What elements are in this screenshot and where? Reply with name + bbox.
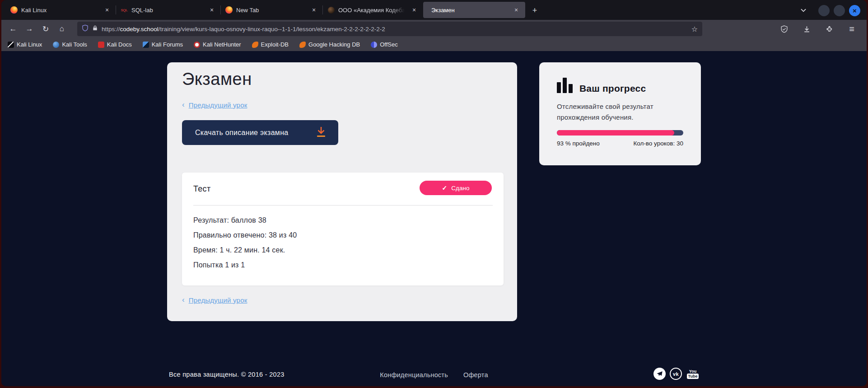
bookmark-kali-linux[interactable]: Kali Linux (8, 41, 42, 48)
bookmark-kali-tools[interactable]: Kali Tools (53, 41, 87, 48)
result-score: Результат: баллов 38 (193, 216, 297, 224)
chevron-left-icon: ‹ (182, 100, 185, 109)
check-icon: ✓ (442, 184, 448, 192)
window-controls: × (818, 5, 860, 16)
progress-fill (557, 130, 674, 136)
kali-tools-icon (53, 42, 59, 48)
bookmark-label: Kali Docs (107, 41, 132, 48)
kali-docs-icon (98, 42, 104, 48)
divider (193, 205, 493, 206)
bookmark-offsec[interactable]: OffSec (371, 41, 398, 48)
social-links: vk You Tube (653, 368, 700, 380)
exam-card: Экзамен ‹ Предыдущий урок Скачать описан… (167, 62, 517, 321)
kali-forums-icon (143, 42, 149, 48)
test-title: Тест (193, 184, 210, 194)
tab-close-icon[interactable]: × (512, 5, 521, 14)
tab-exam-active[interactable]: Экзамен × (423, 2, 525, 18)
bookmark-kali-docs[interactable]: Kali Docs (98, 41, 132, 48)
download-button-label: Скачать описание экзамна (195, 129, 288, 137)
test-results: Результат: баллов 38 Правильно отвечено:… (193, 216, 297, 276)
lock-icon[interactable] (92, 25, 98, 33)
bookmark-label: OffSec (380, 41, 398, 48)
bookmarks-bar: Kali Linux Kali Tools Kali Docs Kali For… (1, 38, 867, 51)
youtube-icon[interactable]: You Tube (686, 369, 700, 379)
url-bar[interactable]: https://codeby.school/training/view/kurs… (77, 22, 702, 36)
new-tab-button[interactable]: + (528, 4, 541, 17)
previous-lesson-label[interactable]: Предыдущий урок (189, 101, 247, 109)
status-badge-passed: ✓ Сдано (420, 181, 492, 195)
url-text[interactable]: https://codeby.school/training/view/kurs… (102, 26, 688, 33)
google-hacking-db-icon (299, 42, 306, 48)
navigation-toolbar: ← → ↻ ⌂ https://codeby.school/training/v… (1, 20, 867, 38)
offsec-icon (371, 42, 377, 48)
maximize-button[interactable] (834, 5, 845, 16)
vk-icon[interactable]: vk (670, 368, 682, 380)
bookmark-star-icon[interactable]: ☆ (691, 25, 698, 33)
tracking-shield-icon[interactable] (82, 24, 89, 33)
bookmark-label: Google Hacking DB (308, 41, 360, 48)
tab-sql-lab[interactable]: SQL SQL-lab × (116, 2, 221, 18)
home-icon[interactable]: ⌂ (55, 22, 69, 36)
tab-new-tab[interactable]: New Tab × (221, 2, 323, 18)
downloads-icon[interactable] (800, 22, 813, 36)
page-content: Экзамен ‹ Предыдущий урок Скачать описан… (1, 51, 867, 386)
minimize-button[interactable] (818, 5, 830, 16)
tab-kali-linux[interactable]: Kali Linux × (6, 2, 116, 18)
firefox-favicon (10, 6, 18, 14)
telegram-icon[interactable] (653, 368, 666, 380)
result-time: Время: 1 ч. 22 мин. 14 сек. (193, 246, 297, 254)
tab-title: SQL-lab (131, 7, 204, 14)
previous-lesson-label[interactable]: Предыдущий урок (189, 296, 247, 304)
progress-labels: 93 % пройдено Кол-во уроков: 30 (557, 140, 683, 147)
progress-title: Ваш прогресс (579, 83, 646, 94)
previous-lesson-link-top[interactable]: ‹ Предыдущий урок (182, 100, 247, 109)
offer-link[interactable]: Оферта (463, 371, 488, 379)
page-title: Экзамен (182, 70, 252, 89)
tab-close-icon[interactable]: × (103, 5, 112, 14)
list-all-tabs-chevron-icon[interactable] (797, 4, 810, 17)
bookmark-kali-nethunter[interactable]: Kali NetHunter (194, 41, 241, 48)
tab-title: Kali Linux (21, 7, 99, 14)
toolbar-extensions-area: ≡ (777, 22, 862, 36)
firefox-favicon (225, 6, 233, 14)
bar-chart-icon (557, 77, 573, 93)
tab-bar: Kali Linux × SQL SQL-lab × New Tab × ООО… (1, 0, 867, 20)
bookmark-google-hacking-db[interactable]: Google Hacking DB (299, 41, 360, 48)
back-icon[interactable]: ← (6, 22, 20, 36)
bookmark-label: Exploit-DB (261, 41, 289, 48)
menu-hamburger-icon[interactable]: ≡ (845, 22, 859, 36)
bookmark-label: Kali Tools (62, 41, 87, 48)
shield-check-icon[interactable] (777, 22, 791, 36)
chevron-left-icon: ‹ (182, 295, 185, 304)
forward-icon[interactable]: → (22, 22, 37, 36)
close-window-button[interactable]: × (849, 5, 860, 16)
progress-description: Отслеживайте свой результат прохождения … (557, 101, 665, 123)
progress-percent-label: 93 % пройдено (557, 140, 600, 147)
result-correct: Правильно отвечено: 38 из 40 (193, 231, 297, 239)
tab-codeby-academy[interactable]: ООО «Академия Кодеба × (323, 2, 423, 18)
bookmark-label: Kali Forums (152, 41, 183, 48)
tab-title: ООО «Академия Кодеба (338, 7, 406, 14)
previous-lesson-link-bottom[interactable]: ‹ Предыдущий урок (182, 295, 247, 304)
bookmark-label: Kali NetHunter (203, 41, 241, 48)
progress-bar (557, 130, 683, 136)
tab-close-icon[interactable]: × (207, 5, 216, 14)
tab-title: Экзамен (431, 7, 508, 14)
result-attempt: Попытка 1 из 1 (193, 261, 297, 269)
tab-close-icon[interactable]: × (309, 5, 318, 14)
progress-header: Ваш прогресс (557, 77, 646, 93)
reload-icon[interactable]: ↻ (38, 22, 53, 36)
bookmark-exploit-db[interactable]: Exploit-DB (252, 41, 289, 48)
tab-close-icon[interactable]: × (410, 5, 419, 14)
download-exam-description-button[interactable]: Скачать описание экзамна (182, 120, 338, 145)
lessons-count-label: Кол-во уроков: 30 (633, 140, 683, 147)
bookmark-kali-forums[interactable]: Kali Forums (143, 41, 183, 48)
privacy-link[interactable]: Конфиденциальность (380, 371, 448, 379)
progress-card: Ваш прогресс Отслеживайте свой результат… (539, 62, 701, 165)
kali-nethunter-icon (194, 42, 200, 48)
browser-window: Kali Linux × SQL SQL-lab × New Tab × ООО… (1, 0, 867, 386)
tab-title: New Tab (236, 7, 306, 14)
sql-favicon: SQL (121, 6, 128, 14)
extensions-puzzle-icon[interactable] (822, 22, 836, 36)
url-domain: codeby.school (120, 26, 159, 33)
